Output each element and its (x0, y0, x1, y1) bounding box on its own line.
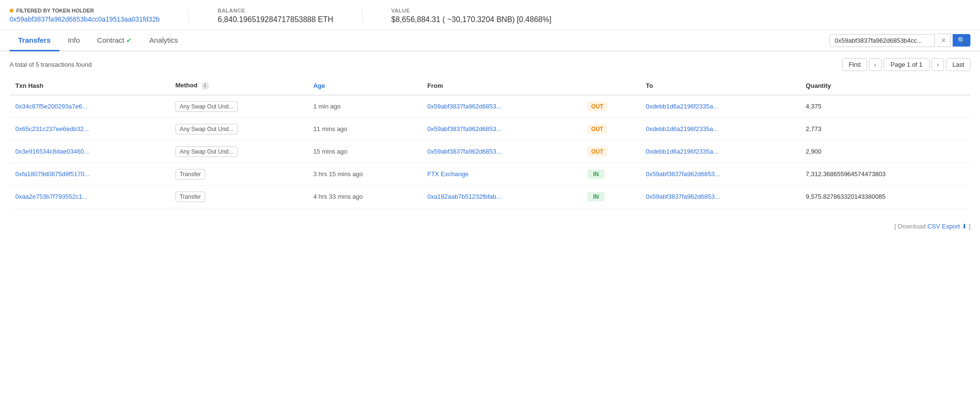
quantity-cell: 9,575.827863320143380085 (800, 185, 970, 208)
to-address[interactable]: 0xdebb1d6a2196f2335a... (646, 125, 718, 132)
value-label: VALUE (391, 8, 551, 13)
txn-hash-cell: 0xfa18079d0875d9f5170... (10, 163, 170, 185)
method-cell: Any Swap Out Und... (170, 95, 308, 118)
to-cell: 0xdebb1d6a2196f2335a... (640, 95, 800, 118)
search-input[interactable] (829, 34, 935, 47)
last-page-button[interactable]: Last (946, 58, 970, 71)
tab-contract[interactable]: Contract ✔ (89, 30, 141, 51)
from-cell: 0x59abf3837fa962d6853... (421, 118, 582, 140)
transactions-table: Txn Hash Method i Age From To Quantity 0… (10, 77, 970, 208)
main-content: A total of 5 transactions found First ‹ … (0, 51, 980, 215)
col-from: From (421, 77, 582, 95)
method-cell: Transfer (170, 185, 308, 208)
value-value: $8,656,884.31 ( ~30,170.3204 BNB) [0.486… (391, 15, 551, 24)
filter-label: FILTERED BY TOKEN HOLDER (10, 8, 160, 13)
txn-hash-cell: 0x3e916534c8dae03460... (10, 140, 170, 163)
direction-cell: IN (582, 185, 640, 208)
txn-hash-link[interactable]: 0xfa18079d0875d9f5170... (15, 170, 90, 178)
prev-page-button[interactable]: ‹ (869, 58, 881, 71)
age-cell: 1 min ago (307, 95, 421, 118)
direction-badge: IN (587, 169, 605, 179)
txn-hash-cell: 0x65c231c237ee6edb32... (10, 118, 170, 140)
tab-transfers[interactable]: Transfers (10, 30, 59, 51)
method-badge: Transfer (175, 169, 205, 180)
quantity-cell: 2,900 (800, 140, 970, 163)
from-cell: FTX Exchange (421, 163, 582, 185)
pagination-row: A total of 5 transactions found First ‹ … (10, 58, 970, 71)
txn-hash-link[interactable]: 0x65c231c237ee6edb32... (15, 125, 89, 132)
csv-export-link[interactable]: CSV Export ⬇ (927, 223, 967, 230)
value-section: VALUE $8,656,884.31 ( ~30,170.3204 BNB) … (391, 8, 551, 24)
tab-analytics[interactable]: Analytics (140, 30, 187, 51)
to-cell: 0xdebb1d6a2196f2335a... (640, 118, 800, 140)
table-row: 0x65c231c237ee6edb32... Any Swap Out Und… (10, 118, 970, 140)
table-row: 0xaa2e753b7f793552c1... Transfer 4 hrs 3… (10, 185, 970, 208)
to-cell: 0x59abf3837fa962d6853... (640, 163, 800, 185)
method-cell: Any Swap Out Und... (170, 140, 308, 163)
top-bar: FILTERED BY TOKEN HOLDER 0x59abf3837fa96… (0, 0, 980, 30)
table-row: 0x3e916534c8dae03460... Any Swap Out Und… (10, 140, 970, 163)
total-text: A total of 5 transactions found (10, 61, 92, 68)
to-cell: 0xdebb1d6a2196f2335a... (640, 140, 800, 163)
method-badge: Any Swap Out Und... (175, 101, 238, 112)
balance-label: BALANCE (218, 8, 333, 13)
txn-hash-link[interactable]: 0x3e916534c8dae03460... (15, 148, 89, 155)
age-cell: 11 mins ago (307, 118, 421, 140)
footer-row: [ Download CSV Export ⬇ ] (0, 215, 980, 238)
direction-badge: OUT (587, 102, 607, 111)
direction-cell: IN (582, 163, 640, 185)
direction-cell: OUT (582, 140, 640, 163)
from-address[interactable]: FTX Exchange (427, 170, 468, 178)
from-cell: 0x59abf3837fa962d6853... (421, 95, 582, 118)
direction-cell: OUT (582, 95, 640, 118)
col-txn-hash: Txn Hash (10, 77, 170, 95)
col-method: Method i (170, 77, 308, 95)
col-direction (582, 77, 640, 95)
pagination-controls: First ‹ Page 1 of 1 › Last (842, 58, 970, 71)
method-cell: Transfer (170, 163, 308, 185)
col-to: To (640, 77, 800, 95)
txn-hash-cell: 0xaa2e753b7f793552c1... (10, 185, 170, 208)
to-address[interactable]: 0x59abf3837fa962d6853... (646, 170, 720, 178)
col-age: Age (307, 77, 421, 95)
divider-1 (188, 8, 189, 24)
txn-hash-link[interactable]: 0xaa2e753b7f793552c1... (15, 193, 87, 200)
search-bar: ✕ 🔍 (829, 34, 970, 47)
method-badge: Any Swap Out Und... (175, 124, 238, 134)
from-address: 0xa182aab7b51232fbfab... (427, 193, 502, 200)
from-cell: 0xa182aab7b51232fbfab... (421, 185, 582, 208)
table-row: 0x34c87f5e200293a7e6... Any Swap Out Und… (10, 95, 970, 118)
filter-dot (10, 9, 13, 12)
txn-hash-cell: 0x34c87f5e200293a7e6... (10, 95, 170, 118)
to-address[interactable]: 0x59abf3837fa962d6853... (646, 193, 720, 200)
divider-2 (362, 8, 362, 24)
search-clear-button[interactable]: ✕ (937, 34, 951, 47)
from-cell: 0x59abf3837fa962d6853... (421, 140, 582, 163)
quantity-cell: 2,773 (800, 118, 970, 140)
quantity-cell: 7,312.368655964574473803 (800, 163, 970, 185)
balance-section: BALANCE 6,840.196519284717853888 ETH (218, 8, 333, 24)
age-cell: 15 mins ago (307, 140, 421, 163)
to-address[interactable]: 0xdebb1d6a2196f2335a... (646, 103, 718, 110)
age-cell: 4 hrs 33 mins ago (307, 185, 421, 208)
to-address[interactable]: 0xdebb1d6a2196f2335a... (646, 148, 718, 155)
method-info-icon[interactable]: i (201, 82, 209, 90)
next-page-button[interactable]: › (932, 58, 944, 71)
download-prefix: [ Download (895, 223, 928, 230)
search-submit-button[interactable]: 🔍 (953, 34, 970, 47)
tab-info[interactable]: Info (59, 30, 89, 51)
page-info: Page 1 of 1 (884, 58, 930, 71)
download-suffix: ] (967, 223, 970, 230)
direction-badge: IN (587, 192, 605, 202)
to-cell: 0x59abf3837fa962d6853... (640, 185, 800, 208)
method-cell: Any Swap Out Und... (170, 118, 308, 140)
tab-contract-label: Contract (97, 36, 125, 44)
filter-address[interactable]: 0x59abf3837fa962d6853b4cc0a19513aa031fd3… (10, 15, 160, 23)
filter-section: FILTERED BY TOKEN HOLDER 0x59abf3837fa96… (10, 8, 160, 23)
direction-cell: OUT (582, 118, 640, 140)
table-header-row: Txn Hash Method i Age From To Quantity (10, 77, 970, 95)
txn-hash-link[interactable]: 0x34c87f5e200293a7e6... (15, 103, 87, 110)
from-address: 0x59abf3837fa962d6853... (427, 125, 502, 132)
first-page-button[interactable]: First (842, 58, 867, 71)
from-address: 0x59abf3837fa962d6853... (427, 103, 502, 110)
